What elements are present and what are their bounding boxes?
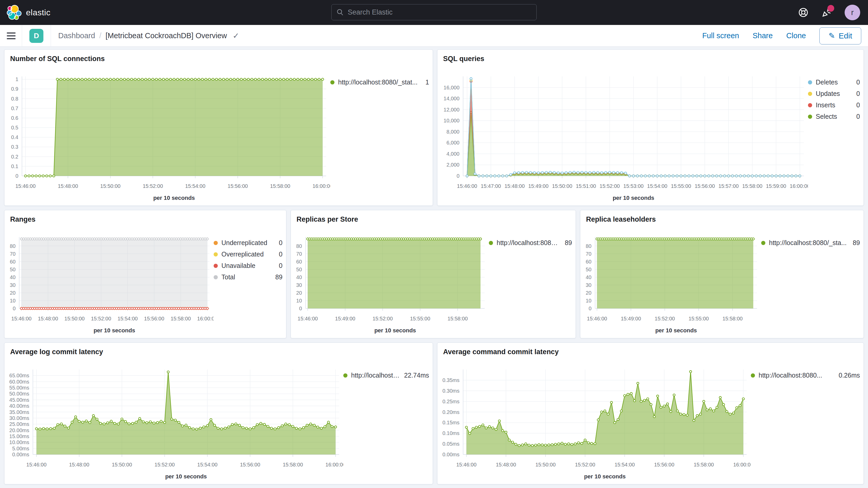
toolbar-divider [51,25,51,47]
svg-text:40: 40 [586,274,591,280]
legend-item[interactable]: http://localhost:8080/_sta...89 [761,239,860,247]
chart-replicas-per-store[interactable]: 0102030405060708015:46:0015:49:0015:52:0… [293,224,489,335]
svg-text:0.30ms: 0.30ms [442,388,460,394]
svg-text:15:58:00: 15:58:00 [742,183,763,189]
legend-item[interactable]: http://localhost:8080/_stat...1 [330,79,429,86]
svg-text:15:53:00: 15:53:00 [623,183,644,189]
newsfeed-icon[interactable] [821,7,832,18]
clone-button[interactable]: Clone [786,31,806,40]
svg-text:20: 20 [586,290,591,296]
search-input[interactable] [348,8,532,17]
svg-text:10,000: 10,000 [444,118,460,123]
panel-title[interactable]: Replicas per Store [291,210,576,223]
chart-average-command-commit-latency[interactable]: 0.00ms0.05ms0.10ms0.15ms0.20ms0.25ms0.30… [439,357,751,482]
full-screen-button[interactable]: Full screen [702,31,739,40]
svg-text:per 10 seconds: per 10 seconds [613,195,654,201]
svg-text:15:46:00: 15:46:00 [11,316,32,322]
legend-item[interactable]: http://localhost:808...22.74ms [343,372,429,379]
svg-text:15:58:00: 15:58:00 [170,316,191,322]
brand[interactable]: elastic [0,5,51,20]
svg-text:per 10 seconds: per 10 seconds [655,327,697,334]
avatar[interactable]: r [845,5,860,20]
legend-label: Unavailable [221,262,255,270]
svg-text:15:52:00: 15:52:00 [155,462,175,467]
svg-text:25.00ms: 25.00ms [9,421,29,427]
legend-label: Deletes [816,79,838,86]
svg-text:15:54:00: 15:54:00 [197,462,218,467]
chart-legend: Deletes0Updates0Inserts0Selects0 [808,64,860,203]
breadcrumb-dashboard[interactable]: Dashboard [58,31,95,40]
svg-text:55.00ms: 55.00ms [9,385,29,391]
panel-title[interactable]: Replica leaseholders [580,210,864,223]
svg-text:16:00:00: 16:00:00 [733,462,751,467]
svg-text:35.00ms: 35.00ms [9,409,29,415]
svg-text:0.10ms: 0.10ms [442,430,460,436]
menu-icon[interactable] [7,32,16,39]
breadcrumb: Dashboard / [Metricbeat CockroachDB] Ove… [58,31,239,40]
panel-average-command-commit-latency: Average command commit latency 0.00ms0.0… [437,342,864,484]
legend-dot-icon [808,103,812,107]
legend-value: 1 [421,79,429,86]
chart-sql-queries[interactable]: 02,0004,0006,0008,00010,00012,00014,0001… [439,64,808,203]
legend-item[interactable]: Underreplicated0 [214,239,282,247]
edit-button[interactable]: ✎ Edit [819,27,861,44]
svg-text:60: 60 [586,259,591,265]
legend-item[interactable]: Selects0 [808,113,860,120]
svg-text:30.00ms: 30.00ms [9,415,29,421]
legend-value: 0 [852,101,860,109]
panel-title[interactable]: Average command commit latency [437,343,864,356]
legend-dot-icon [214,264,218,268]
svg-text:15.00ms: 15.00ms [9,433,29,439]
svg-text:6,000: 6,000 [446,140,460,146]
panel-replica-leaseholders: Replica leaseholders 0102030405060708015… [580,210,864,338]
chart-replica-leaseholders[interactable]: 0102030405060708015:46:0015:49:0015:52:0… [582,224,761,335]
svg-text:50: 50 [586,267,591,272]
panel-title[interactable]: Ranges [4,210,286,223]
legend-item[interactable]: Unavailable0 [214,262,282,270]
svg-text:per 10 seconds: per 10 seconds [153,195,195,201]
svg-text:5.00ms: 5.00ms [12,446,29,451]
legend-item[interactable]: Deletes0 [808,79,860,86]
svg-text:8,000: 8,000 [446,129,460,134]
panel-title[interactable]: Average log commit latency [4,343,433,356]
global-search[interactable] [331,4,537,20]
chart-legend: http://localhost:8080...0.26ms [751,357,860,482]
legend-dot-icon [808,115,812,119]
legend-dot-icon [808,92,812,96]
edit-button-label: Edit [839,31,852,40]
legend-item[interactable]: Updates0 [808,90,860,97]
help-icon[interactable] [798,7,809,18]
legend-item[interactable]: Total89 [214,273,282,281]
legend-item[interactable]: Overreplicated0 [214,250,282,258]
chart-number-of-sql-connections[interactable]: 00.10.20.30.40.50.60.70.80.9115:46:0015:… [6,64,330,203]
toolbar-actions: Full screen Share Clone ✎ Edit [702,27,868,44]
svg-text:15:58:00: 15:58:00 [722,316,743,322]
svg-text:0.00ms: 0.00ms [442,452,460,457]
svg-text:15:56:00: 15:56:00 [240,462,260,467]
title-saved-check-icon[interactable]: ✓ [232,31,239,40]
svg-text:15:46:00: 15:46:00 [587,316,607,322]
legend-item[interactable]: http://localhost:8080/_sta...89 [489,239,572,247]
svg-text:16:00:00: 16:00:00 [790,183,808,189]
legend-value: 22.74ms [400,372,429,379]
panel-average-log-commit-latency: Average log commit latency 0.00ms5.00ms1… [4,342,433,484]
chart-legend: http://localhost:808...22.74ms [343,357,429,482]
share-button[interactable]: Share [753,31,773,40]
panel-title[interactable]: SQL queries [437,50,864,63]
legend-item[interactable]: Inserts0 [808,101,860,109]
chart-average-log-commit-latency[interactable]: 0.00ms5.00ms10.00ms15.00ms20.00ms25.00ms… [6,357,343,482]
svg-text:0.35ms: 0.35ms [442,377,460,383]
chart-ranges[interactable]: 0102030405060708015:46:0015:48:0015:50:0… [6,224,214,335]
panel-title[interactable]: Number of SQL connections [4,50,433,63]
header-actions: r [798,0,868,25]
legend-item[interactable]: http://localhost:8080...0.26ms [751,372,860,379]
svg-text:70: 70 [586,251,591,257]
legend-label: Underreplicated [221,239,268,247]
svg-text:15:58:00: 15:58:00 [693,462,714,467]
panel-number-of-sql-connections: Number of SQL connections 00.10.20.30.40… [4,49,433,206]
svg-text:15:59:00: 15:59:00 [766,183,786,189]
svg-text:40.00ms: 40.00ms [9,403,29,409]
svg-text:15:55:00: 15:55:00 [689,316,709,322]
svg-text:0.15ms: 0.15ms [442,420,460,425]
svg-text:0: 0 [16,173,18,179]
